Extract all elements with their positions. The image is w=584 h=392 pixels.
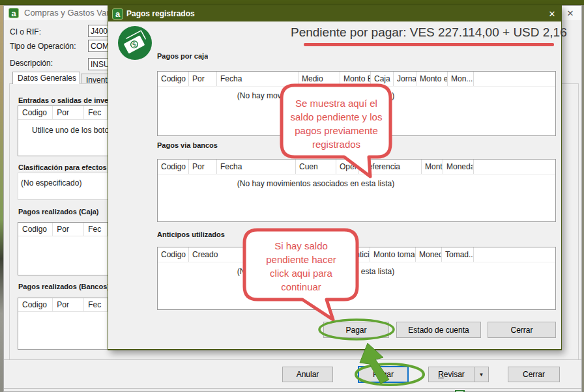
- column-header-monto-tomado[interactable]: Monto tomado: [370, 247, 416, 262]
- column-header-codigo[interactable]: Codigo: [18, 298, 53, 311]
- section-label-pagos-via-bancos: Pagos via bancos: [157, 141, 218, 149]
- column-header-codigo[interactable]: Codigo: [158, 247, 189, 262]
- inventario-empty-message: Utilice uno de los boto: [32, 126, 108, 135]
- section-label-pagos-caja: Pagos realizados (Caja): [18, 208, 110, 216]
- main-close-icon[interactable]: ✕: [561, 6, 579, 20]
- inventario-table-header: CodigoPorFec: [18, 106, 108, 120]
- section-label-inventario: Entradas o salidas de invent: [18, 96, 110, 104]
- section-label-anticipos: Anticipos utilizados: [157, 231, 225, 238]
- column-header-fec[interactable]: Fec: [84, 223, 108, 236]
- column-header-moneda[interactable]: Moneda: [416, 247, 442, 262]
- pagar-button-main[interactable]: Pagar: [358, 366, 409, 383]
- column-header-monto[interactable]: Monto: [422, 160, 443, 174]
- revisar-rest: evisar: [444, 370, 465, 379]
- column-header-jorna-[interactable]: Jorna...: [394, 72, 416, 86]
- pagos-por-caja-table[interactable]: CodigoPorFechaMedioMonto BsCajaJorna...M…: [157, 71, 556, 136]
- column-header-moneda[interactable]: Moneda: [443, 160, 474, 174]
- bottom-divider: [4, 359, 581, 360]
- app-logo-icon: a: [8, 8, 19, 18]
- revisar-button[interactable]: Revisar: [428, 367, 474, 382]
- pagos-via-bancos-header: CodigoPorFechaCuenOperReferenciaMontoMon…: [158, 160, 555, 175]
- section-label-pagos-por-caja: Pagos por caja: [157, 52, 208, 60]
- pagos-por-caja-empty-message: (No hay movimientos asociados en esta li…: [158, 91, 474, 100]
- section-label-clasificacion: Clasificación para efectos co: [18, 163, 110, 171]
- dialog-title: Pagos registrados: [126, 9, 195, 18]
- estado-de-cuenta-button[interactable]: Estado de cuenta: [396, 322, 481, 338]
- pagos-caja-table[interactable]: CodigoPorFec: [18, 222, 108, 275]
- pagar-button-dialog[interactable]: Pagar: [323, 322, 389, 338]
- chevron-down-icon: ▼: [479, 372, 484, 378]
- revisar-accel: R: [438, 370, 444, 379]
- column-header-fec[interactable]: Fec: [84, 106, 108, 119]
- column-header-creado[interactable]: Creado: [189, 247, 275, 262]
- tab-inventario[interactable]: Inventa: [81, 74, 109, 84]
- inventario-table[interactable]: CodigoPorFec Utilice uno de los boto: [18, 105, 108, 156]
- column-header-mon-[interactable]: Mon...: [448, 72, 474, 86]
- pagos-bancos-table[interactable]: CodigoPorFec: [18, 298, 108, 350]
- descripcion-input[interactable]: INSU: [88, 58, 109, 70]
- pagos-caja-table-header: CodigoPorFec: [18, 223, 108, 236]
- field-label-tipo-operacion: Tipo de Operación:: [10, 42, 76, 51]
- money-icon: $: [118, 26, 152, 60]
- pagos-via-bancos-table[interactable]: CodigoPorFechaCuenOperReferenciaMontoMon…: [157, 159, 556, 222]
- anticipos-empty-message: (No hay movimientos asociados en esta li…: [158, 267, 474, 276]
- column-header-codigo[interactable]: Codigo: [158, 160, 189, 174]
- anticipos-table[interactable]: CodigoCreadoMonto anticipoMonto tomadoMo…: [157, 247, 556, 310]
- column-header-codigo[interactable]: Codigo: [158, 72, 189, 86]
- rif-input[interactable]: J4003: [88, 25, 109, 37]
- pagos-registrados-dialog: a Pagos registrados ✕ $ Pendiente por pa…: [108, 5, 562, 350]
- pagos-por-caja-header: CodigoPorFechaMedioMonto BsCajaJorna...M…: [158, 72, 555, 87]
- pagos-via-bancos-empty-message: (No hay movimientos asociados en esta li…: [158, 179, 474, 188]
- dialog-titlebar[interactable]: a Pagos registrados ✕: [108, 6, 561, 21]
- column-header-medio[interactable]: Medio: [299, 72, 340, 86]
- column-header-por[interactable]: Por: [53, 298, 84, 311]
- column-header-cuen[interactable]: Cuen: [296, 160, 336, 174]
- tab-datos-generales[interactable]: Datos Generales: [12, 72, 80, 84]
- tipo-operacion-input[interactable]: COMP: [88, 40, 109, 52]
- dialog-close-icon[interactable]: ✕: [542, 6, 562, 21]
- column-header-codigo[interactable]: Codigo: [18, 106, 53, 119]
- pending-amount-label: Pendiente por pagar: VES 227.114,00 + US…: [291, 25, 553, 40]
- cerrar-button-main[interactable]: Cerrar: [508, 367, 560, 382]
- field-label-descripcion: Descripción:: [10, 59, 53, 68]
- column-header-monto-bs[interactable]: Monto Bs: [340, 72, 371, 86]
- pagos-bancos-table-header: CodigoPorFec: [18, 298, 108, 312]
- column-header-por[interactable]: Por: [53, 106, 84, 119]
- column-header-por[interactable]: Por: [53, 223, 84, 236]
- column-header-por[interactable]: Por: [189, 72, 217, 86]
- column-header-blank[interactable]: [275, 247, 324, 262]
- anticipos-header: CodigoCreadoMonto anticipoMonto tomadoMo…: [158, 247, 555, 262]
- dialog-logo-icon: a: [112, 8, 123, 20]
- column-header-monto-anticipo[interactable]: Monto anticipo: [324, 247, 370, 262]
- column-header-fec[interactable]: Fec: [84, 298, 108, 311]
- column-header-oper[interactable]: Oper: [336, 160, 359, 174]
- column-header-monto-e-[interactable]: Monto e...: [416, 72, 448, 86]
- section-label-pagos-bancos: Pagos realizados (Bancos): [18, 283, 110, 290]
- statusbar-divider: [4, 388, 581, 389]
- column-header-fecha[interactable]: Fecha: [217, 72, 299, 86]
- field-label-rif: CI o RIF:: [10, 27, 41, 36]
- column-header-fecha[interactable]: Fecha: [217, 160, 296, 174]
- column-header-caja[interactable]: Caja: [371, 72, 394, 86]
- revisar-dropdown-button[interactable]: ▼: [474, 367, 489, 382]
- background-menubar: [0, 0, 584, 5]
- column-header-tomad-[interactable]: Tomad...: [442, 247, 474, 262]
- main-window-title: Compras y Gastos Varios: [24, 8, 120, 18]
- column-header-por[interactable]: Por: [189, 160, 217, 174]
- column-header-referencia[interactable]: Referencia: [359, 160, 422, 174]
- column-header-codigo[interactable]: Codigo: [18, 223, 53, 236]
- cerrar-button-dialog[interactable]: Cerrar: [488, 322, 556, 338]
- anular-button[interactable]: Anular: [282, 367, 333, 382]
- clasificacion-value[interactable]: (No especificado): [18, 173, 108, 200]
